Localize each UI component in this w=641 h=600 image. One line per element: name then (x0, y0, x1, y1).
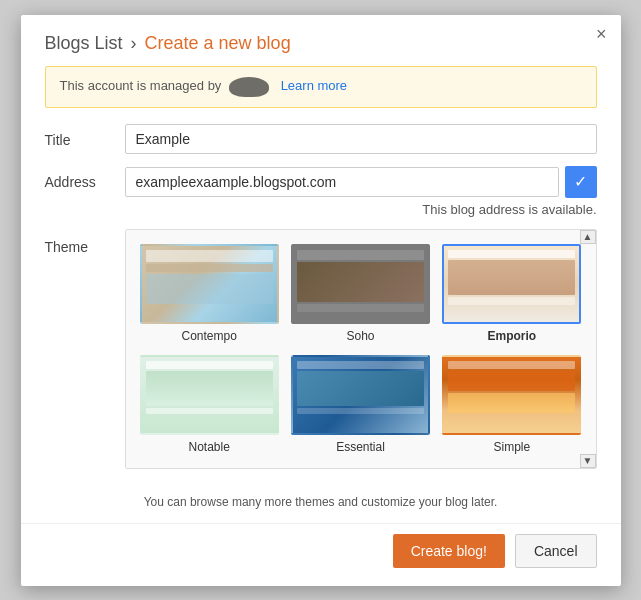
theme-item-essential[interactable]: Essential (285, 349, 436, 460)
create-blog-dialog: × Blogs List › Create a new blog This ac… (21, 15, 621, 586)
learn-more-link[interactable]: Learn more (281, 78, 347, 93)
dialog-header: Blogs List › Create a new blog (21, 15, 621, 66)
theme-item-soho[interactable]: Soho (285, 238, 436, 349)
theme-thumb-simple (442, 355, 581, 435)
theme-thumb-contempo (140, 244, 279, 324)
doodle-image (229, 77, 269, 97)
address-available-text: This blog address is available. (125, 202, 597, 217)
address-check-button[interactable]: ✓ (565, 166, 597, 198)
theme-name-soho: Soho (346, 329, 374, 343)
managed-banner: This account is managed by Learn more (45, 66, 597, 108)
breadcrumb-current: Create a new blog (145, 33, 291, 54)
form-section: Title Address ✓ This blog address is ava… (21, 120, 621, 485)
address-label: Address (45, 166, 125, 190)
close-button[interactable]: × (596, 25, 607, 43)
theme-thumb-essential (291, 355, 430, 435)
title-input[interactable] (125, 124, 597, 154)
dialog-footer: Create blog! Cancel (21, 523, 621, 586)
breadcrumb-separator: › (131, 33, 137, 54)
theme-row: Theme ▲ Contempo (45, 229, 597, 469)
scroll-down-arrow[interactable]: ▼ (580, 454, 596, 468)
theme-label: Theme (45, 229, 125, 255)
theme-grid-wrapper: ▲ Contempo (125, 229, 597, 469)
title-label: Title (45, 124, 125, 148)
address-input-wrap: ✓ This blog address is available. (125, 166, 597, 217)
theme-thumb-notable (140, 355, 279, 435)
address-input[interactable] (125, 167, 559, 197)
create-blog-button[interactable]: Create blog! (393, 534, 505, 568)
scroll-up-arrow[interactable]: ▲ (580, 230, 596, 244)
theme-thumb-emporio (442, 244, 581, 324)
cancel-button[interactable]: Cancel (515, 534, 597, 568)
theme-item-emporio[interactable]: Emporio (436, 238, 587, 349)
breadcrumb: Blogs List › Create a new blog (45, 33, 597, 54)
browse-hint: You can browse many more themes and cust… (21, 485, 621, 523)
theme-name-notable: Notable (188, 440, 229, 454)
breadcrumb-blogs-list[interactable]: Blogs List (45, 33, 123, 54)
theme-name-contempo: Contempo (181, 329, 236, 343)
theme-item-notable[interactable]: Notable (134, 349, 285, 460)
banner-text: This account is managed by (60, 78, 222, 93)
theme-thumb-soho (291, 244, 430, 324)
address-row: Address ✓ This blog address is available… (45, 166, 597, 217)
theme-name-simple: Simple (493, 440, 530, 454)
theme-name-essential: Essential (336, 440, 385, 454)
theme-item-contempo[interactable]: Contempo (134, 238, 285, 349)
theme-name-emporio: Emporio (487, 329, 536, 343)
title-row: Title (45, 124, 597, 154)
theme-item-simple[interactable]: Simple (436, 349, 587, 460)
title-input-wrap (125, 124, 597, 154)
theme-grid: Contempo Soho (126, 230, 596, 468)
